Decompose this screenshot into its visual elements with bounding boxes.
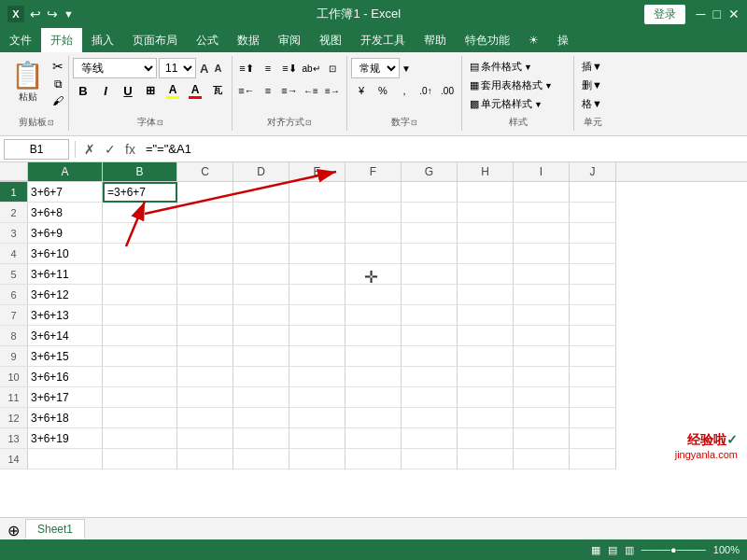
- cell-style-button[interactable]: ▩单元格样式 ▼: [466, 95, 546, 113]
- cell[interactable]: [514, 182, 570, 203]
- cell[interactable]: [458, 449, 514, 469]
- cell[interactable]: [514, 305, 570, 326]
- cell[interactable]: [514, 428, 570, 449]
- cell[interactable]: 3+6+9: [28, 223, 103, 244]
- row-number[interactable]: 14: [0, 449, 28, 469]
- menu-view[interactable]: 视图: [310, 28, 351, 52]
- font-extra[interactable]: 瓦: [207, 80, 228, 101]
- cell[interactable]: [570, 264, 616, 285]
- cell[interactable]: [289, 182, 345, 203]
- cell[interactable]: [177, 305, 233, 326]
- merge-btn[interactable]: ⊡: [322, 58, 343, 78]
- increase-indent-btn[interactable]: ≡→: [322, 80, 343, 101]
- redo-button[interactable]: ↪: [47, 7, 58, 21]
- cell[interactable]: [233, 244, 289, 264]
- row-number[interactable]: 3: [0, 223, 28, 244]
- clipboard-expand-icon[interactable]: ⊡: [48, 119, 54, 127]
- cell[interactable]: 3+6+15: [28, 346, 103, 367]
- cell[interactable]: [289, 223, 345, 244]
- row-number[interactable]: 10: [0, 367, 28, 387]
- cell[interactable]: [570, 223, 616, 244]
- cell[interactable]: [233, 223, 289, 244]
- cell[interactable]: [289, 264, 345, 285]
- cell[interactable]: [345, 449, 402, 469]
- cell[interactable]: [345, 346, 402, 367]
- currency-btn[interactable]: ¥: [351, 80, 372, 101]
- cell[interactable]: [103, 449, 177, 469]
- cell[interactable]: [233, 285, 289, 305]
- cell[interactable]: [345, 223, 402, 244]
- cell[interactable]: [233, 428, 289, 449]
- cell[interactable]: [289, 449, 345, 469]
- middle-align-btn[interactable]: ≡: [258, 58, 278, 78]
- left-align-btn[interactable]: ≡←: [236, 80, 257, 101]
- cell[interactable]: [402, 182, 458, 203]
- cell[interactable]: [458, 305, 514, 326]
- login-button[interactable]: 登录: [644, 5, 685, 24]
- cell[interactable]: [458, 346, 514, 367]
- cell[interactable]: [570, 182, 616, 203]
- top-align-btn[interactable]: ≡⬆: [236, 58, 257, 78]
- cell[interactable]: [177, 203, 233, 223]
- cell[interactable]: [514, 408, 570, 428]
- cell-reference-input[interactable]: [4, 139, 69, 160]
- menu-help[interactable]: 帮助: [415, 28, 456, 52]
- cell[interactable]: [289, 346, 345, 367]
- cell[interactable]: [514, 367, 570, 387]
- cell[interactable]: [345, 244, 402, 264]
- cell[interactable]: 3+6+10: [28, 244, 103, 264]
- conditional-format-button[interactable]: ▤条件格式 ▼: [466, 58, 536, 76]
- cell[interactable]: [570, 203, 616, 223]
- cell[interactable]: [570, 408, 616, 428]
- col-header-f[interactable]: F: [345, 162, 402, 181]
- add-sheet-button[interactable]: ⊕: [4, 522, 23, 539]
- cell[interactable]: [345, 326, 402, 346]
- cell[interactable]: [103, 408, 177, 428]
- cell[interactable]: [103, 428, 177, 449]
- cell[interactable]: 3+6+14: [28, 326, 103, 346]
- cell[interactable]: [233, 449, 289, 469]
- increase-decimal-btn[interactable]: .00: [437, 80, 458, 101]
- view-page-break[interactable]: ▥: [625, 544, 634, 556]
- view-normal[interactable]: ▦: [591, 544, 600, 556]
- cell[interactable]: [514, 449, 570, 469]
- cell[interactable]: 3+6+18: [28, 408, 103, 428]
- maximize-button[interactable]: □: [713, 7, 721, 21]
- row-number[interactable]: 11: [0, 387, 28, 408]
- cell[interactable]: [570, 367, 616, 387]
- cell[interactable]: [458, 428, 514, 449]
- cell[interactable]: [345, 408, 402, 428]
- cell[interactable]: [28, 449, 103, 469]
- cell[interactable]: [345, 387, 402, 408]
- cell[interactable]: [289, 367, 345, 387]
- cell[interactable]: [570, 305, 616, 326]
- formula-input[interactable]: [142, 142, 743, 156]
- cell[interactable]: [233, 182, 289, 203]
- sheet-tab-1[interactable]: Sheet1: [25, 519, 85, 539]
- cell[interactable]: [289, 428, 345, 449]
- cell[interactable]: [458, 264, 514, 285]
- cell[interactable]: [177, 326, 233, 346]
- cell[interactable]: [345, 203, 402, 223]
- cell[interactable]: [570, 428, 616, 449]
- col-header-c[interactable]: C: [177, 162, 233, 181]
- cell[interactable]: [402, 367, 458, 387]
- cell[interactable]: [570, 326, 616, 346]
- cell[interactable]: [458, 203, 514, 223]
- insert-cells-button[interactable]: 插▼: [578, 58, 606, 76]
- cut-button[interactable]: ✂: [51, 58, 64, 75]
- cell[interactable]: [177, 285, 233, 305]
- view-layout[interactable]: ▤: [608, 544, 617, 556]
- cell[interactable]: [233, 387, 289, 408]
- row-number[interactable]: 8: [0, 326, 28, 346]
- cell[interactable]: [402, 428, 458, 449]
- cell[interactable]: [402, 264, 458, 285]
- bold-button[interactable]: B: [73, 80, 93, 101]
- cell[interactable]: [570, 285, 616, 305]
- font-name-select[interactable]: 等线: [73, 58, 157, 78]
- underline-button[interactable]: U: [118, 80, 138, 101]
- row-number[interactable]: 6: [0, 285, 28, 305]
- row-number[interactable]: 4: [0, 244, 28, 264]
- cell[interactable]: [177, 428, 233, 449]
- cell[interactable]: [458, 326, 514, 346]
